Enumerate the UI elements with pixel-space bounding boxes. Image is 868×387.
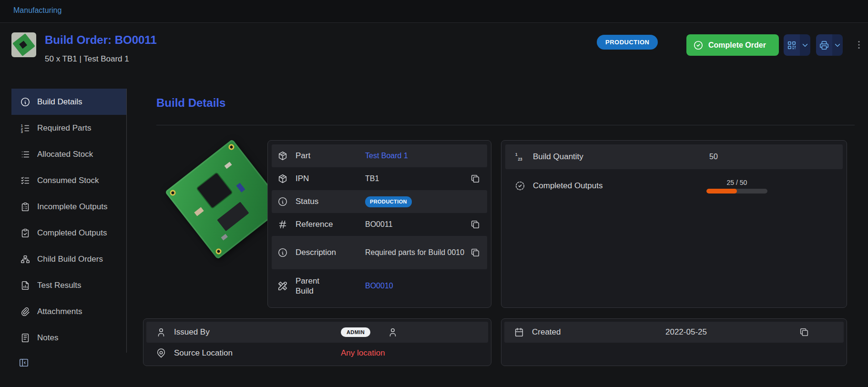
sidebar-item-completed-outputs[interactable]: Completed Outputs (11, 220, 126, 246)
completed-outputs-progress: 25 / 50 (706, 179, 767, 194)
sidebar-item-label: Build Details (37, 97, 82, 107)
issued-card: Issued By ADMIN Source Location Any loca… (143, 318, 491, 366)
more-actions-button[interactable] (850, 36, 868, 53)
issued-by-label: Issued By (174, 327, 341, 337)
list-numbers-icon (20, 123, 31, 133)
sidebar-item-allocated-stock[interactable]: Allocated Stock (11, 141, 126, 167)
pcb-component (221, 234, 228, 241)
sidebar-item-label: Consumed Stock (37, 176, 99, 185)
detail-label: IPN (296, 173, 365, 183)
sidebar-item-test-results[interactable]: Test Results (11, 272, 126, 298)
sidebar-item-required-parts[interactable]: Required Parts (11, 115, 126, 141)
parent-build-link[interactable]: BO0010 (365, 281, 481, 291)
build-quantity-value: 50 (709, 153, 833, 161)
detail-row-status: Status PRODUCTION (272, 190, 487, 213)
barcode-actions-button[interactable] (784, 34, 810, 56)
progress-check-icon (515, 181, 525, 191)
notes-icon (20, 333, 31, 343)
calendar-icon (514, 327, 524, 337)
created-card: Created 2022-05-25 (501, 318, 847, 366)
detail-value: TB1 (365, 173, 465, 184)
sitemap-icon (20, 254, 31, 265)
breadcrumb-bar: Manufacturing (0, 0, 868, 23)
source-location-value: Any location (341, 348, 479, 358)
created-label: Created (532, 327, 665, 337)
progress-text: 25 / 50 (706, 179, 767, 186)
hash-icon (277, 219, 288, 230)
detail-label: Parent Build (296, 276, 329, 296)
source-location-label: Source Location (174, 348, 341, 358)
copy-icon (470, 219, 480, 230)
complete-order-button[interactable]: Complete Order (686, 34, 779, 56)
build-details-card: Part Test Board 1 IPN TB1 Status PRODUCT… (267, 140, 491, 308)
part-link[interactable]: Test Board 1 (365, 151, 481, 161)
circle-check-icon (693, 40, 704, 51)
detail-row-description: Description Required parts for Build 001… (272, 236, 487, 269)
pcb-component (236, 183, 245, 192)
printer-icon (819, 40, 829, 51)
info-circle-icon (277, 196, 288, 207)
quantity-row-completed-outputs: Completed Outputs 25 / 50 (505, 169, 843, 203)
chevron-down-icon[interactable] (801, 41, 809, 50)
sidebar-collapse-button[interactable] (17, 356, 31, 369)
copy-icon (470, 173, 480, 184)
sidebar-item-label: Test Results (37, 281, 82, 290)
map-pin-icon (156, 348, 166, 358)
status-badge: PRODUCTION (365, 196, 412, 207)
copy-button[interactable] (798, 326, 810, 338)
tools-icon (277, 281, 288, 291)
build-quantity-card: Build Quantity 50 Completed Outputs 25 /… (501, 140, 847, 308)
pcb-component (194, 207, 204, 216)
copy-button[interactable] (469, 246, 481, 259)
dots-vertical-icon (854, 40, 864, 50)
pcb-mount-hole (227, 143, 235, 151)
package-icon (277, 151, 288, 161)
issued-by-badge: ADMIN (341, 327, 370, 337)
thumbnail-pcb-chip (19, 41, 27, 49)
page-header: Build Order: BO0011 50 x TB1 | Test Boar… (0, 23, 868, 81)
pcb-mount-hole (214, 247, 223, 255)
sidebar-item-child-build-orders[interactable]: Child Build Orders (11, 246, 126, 272)
list-check-icon (20, 175, 31, 186)
sidebar-collapse-icon (19, 357, 29, 368)
detail-label: Reference (296, 219, 365, 229)
copy-icon (799, 327, 809, 337)
list-icon (20, 149, 31, 160)
info-circle-icon (20, 97, 31, 107)
user-icon (156, 327, 166, 337)
quantity-label: Build Quantity (533, 152, 709, 162)
section-divider (156, 125, 855, 125)
detail-value: Required parts for Build 0010 (365, 247, 465, 258)
sidebar-item-build-details[interactable]: Build Details (11, 89, 126, 115)
file-report-icon (20, 280, 31, 291)
breadcrumb-manufacturing[interactable]: Manufacturing (13, 6, 61, 15)
sidebar-item-attachments[interactable]: Attachments (11, 298, 126, 325)
sidebar-item-incomplete-outputs[interactable]: Incomplete Outputs (11, 194, 126, 220)
copy-button[interactable] (469, 218, 481, 231)
quantity-label: Completed Outputs (533, 181, 706, 191)
status-badge: PRODUCTION (597, 35, 658, 50)
info-circle-icon (277, 247, 288, 258)
sidebar-item-consumed-stock[interactable]: Consumed Stock (11, 167, 126, 194)
package-icon (277, 173, 288, 184)
copy-button[interactable] (469, 173, 481, 185)
app-root: Manufacturing Build Order: BO0011 50 x T… (0, 0, 868, 387)
progress-track (706, 189, 767, 194)
pcb-chip (197, 173, 232, 208)
sidebar-item-label: Incomplete Outputs (37, 202, 107, 212)
detail-row-part: Part Test Board 1 (272, 144, 487, 167)
detail-label: Description (296, 247, 365, 257)
chevron-down-icon[interactable] (833, 41, 842, 50)
progress-fill (706, 189, 737, 194)
created-value: 2022-05-25 (665, 327, 794, 337)
thumbnail-pcb-graphic (12, 33, 35, 56)
detail-row-parent-build: Parent Build BO0010 (272, 269, 487, 303)
numbers-123-icon (515, 152, 525, 162)
build-thumbnail[interactable] (11, 32, 36, 57)
pcb-chip (217, 202, 249, 231)
sidebar-item-label: Attachments (37, 307, 82, 316)
sidebar-item-label: Notes (37, 333, 58, 343)
print-actions-button[interactable] (816, 34, 843, 56)
sidebar-item-label: Required Parts (37, 123, 91, 133)
sidebar-item-notes[interactable]: Notes (11, 325, 126, 351)
